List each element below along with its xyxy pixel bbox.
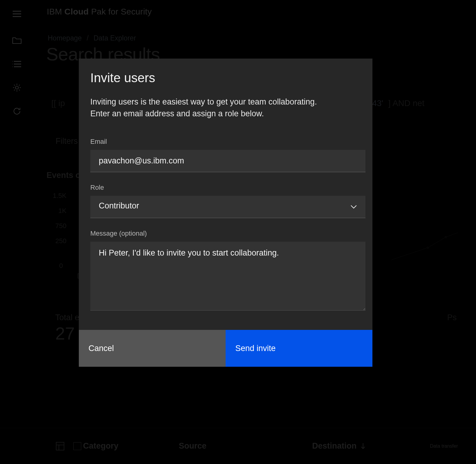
email-field-group: Email	[90, 138, 361, 172]
send-invite-button[interactable]: Send invite	[226, 330, 372, 367]
email-input[interactable]	[90, 150, 365, 172]
role-select[interactable]: Contributor	[90, 196, 365, 218]
role-field-group: Role Contributor	[90, 184, 361, 218]
cancel-button[interactable]: Cancel	[79, 330, 226, 367]
role-label: Role	[90, 184, 361, 192]
modal-description: Inviting users is the easiest way to get…	[90, 96, 361, 120]
modal-actions: Cancel Send invite	[79, 330, 372, 367]
message-textarea[interactable]	[90, 242, 365, 311]
message-field-group: Message (optional)	[90, 230, 361, 312]
message-label: Message (optional)	[90, 230, 361, 237]
email-label: Email	[90, 138, 361, 146]
modal-title: Invite users	[90, 71, 361, 85]
invite-users-modal: Invite users Inviting users is the easie…	[79, 59, 372, 367]
